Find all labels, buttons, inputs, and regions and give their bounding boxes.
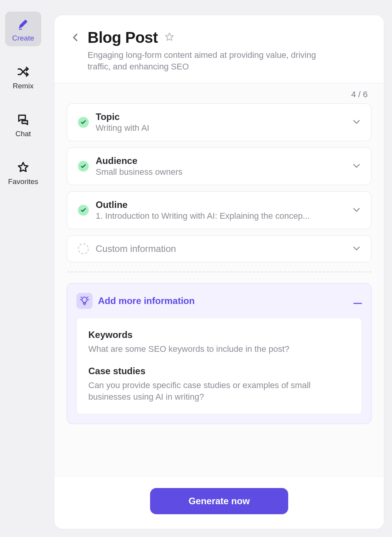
progress-counter: 4 / 6 — [67, 89, 372, 103]
sidebar-item-remix[interactable]: Remix — [5, 59, 41, 94]
section-title: Topic — [96, 111, 346, 122]
back-button[interactable] — [71, 33, 80, 42]
sidebar-item-label: Create — [12, 34, 34, 42]
section-topic[interactable]: Topic Writing with AI — [67, 103, 372, 141]
section-value: Writing with AI — [96, 123, 346, 133]
add-more-title: Add more information — [98, 296, 348, 306]
lightbulb-icon — [76, 293, 93, 309]
add-more-panel: Add more information Keywords What are s… — [67, 283, 372, 424]
page-subtitle: Engaging long-form content aimed at prov… — [88, 49, 338, 72]
sidebar-item-label: Favorites — [8, 177, 38, 186]
section-title: Outline — [96, 199, 346, 210]
suggestion-desc: Can you provide specific case studies or… — [88, 380, 350, 402]
section-audience[interactable]: Audience Small business owners — [67, 147, 372, 185]
suggestion-title: Case studies — [88, 366, 350, 377]
svg-rect-0 — [353, 303, 362, 304]
suggestion-case-studies[interactable]: Case studies Can you provide specific ca… — [88, 366, 350, 402]
divider — [67, 272, 372, 272]
favorite-toggle[interactable] — [164, 32, 175, 44]
check-icon — [78, 205, 89, 216]
sidebar-item-chat[interactable]: Chat — [5, 107, 41, 142]
card-footer: Generate now — [54, 476, 384, 529]
section-value: 1. Introduction to Writing with AI: Expl… — [96, 211, 346, 221]
chevron-down-icon — [353, 245, 360, 252]
chevron-down-icon — [353, 163, 360, 170]
suggestion-keywords[interactable]: Keywords What are some SEO keywords to i… — [88, 329, 350, 355]
sidebar: Create Remix Chat — [0, 0, 46, 537]
check-icon — [78, 161, 89, 172]
page-title: Blog Post — [88, 29, 158, 46]
empty-status-icon — [78, 243, 89, 254]
section-title: Custom information — [96, 243, 346, 254]
generate-button[interactable]: Generate now — [150, 488, 289, 514]
card-body: 4 / 6 Topic Writing with AI — [54, 83, 384, 476]
sidebar-item-label: Remix — [13, 82, 34, 90]
chevron-down-icon — [353, 119, 360, 126]
section-custom-information[interactable]: Custom information — [67, 235, 372, 262]
chat-icon — [16, 113, 30, 127]
collapse-button[interactable] — [353, 295, 362, 307]
suggestions-box: Keywords What are some SEO keywords to i… — [76, 317, 362, 414]
sidebar-item-create[interactable]: Create — [5, 12, 41, 46]
chevron-down-icon — [353, 207, 360, 214]
check-icon — [78, 117, 89, 128]
section-outline[interactable]: Outline 1. Introduction to Writing with … — [67, 191, 372, 229]
pen-icon — [16, 17, 30, 31]
main-area: Blog Post Engaging long-form content aim… — [46, 0, 392, 537]
section-title: Audience — [96, 155, 346, 166]
section-value: Small business owners — [96, 167, 346, 177]
content-card: Blog Post Engaging long-form content aim… — [54, 15, 384, 529]
shuffle-icon — [16, 65, 30, 79]
sidebar-item-favorites[interactable]: Favorites — [5, 155, 41, 190]
star-icon — [16, 160, 30, 174]
sidebar-item-label: Chat — [15, 130, 31, 138]
card-header: Blog Post Engaging long-form content aim… — [54, 15, 384, 83]
suggestion-desc: What are some SEO keywords to include in… — [88, 343, 350, 355]
suggestion-title: Keywords — [88, 329, 350, 340]
